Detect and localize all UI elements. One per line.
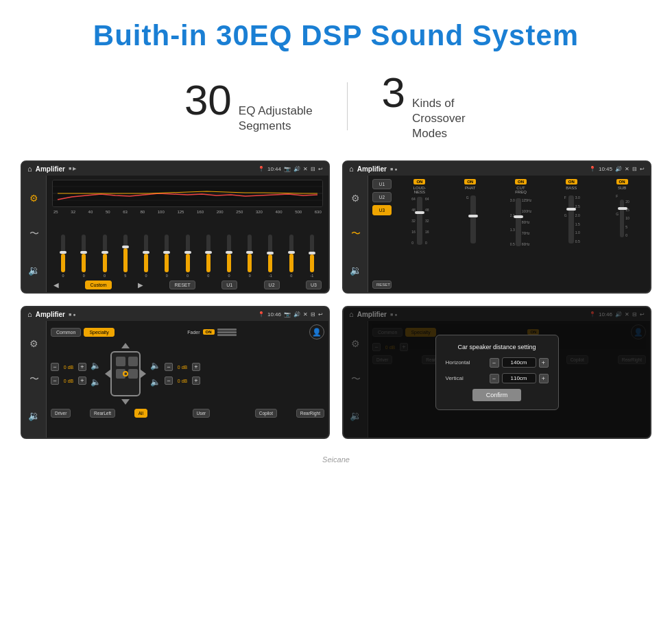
reset-btn-1[interactable]: RESET [169, 281, 195, 289]
loudness-scale: 644832160 [411, 197, 416, 245]
slider-val-2: 0 [104, 274, 106, 278]
phat-scale: G [466, 195, 469, 243]
slider-track-6[interactable] [186, 235, 190, 272]
eq-segments-label: EQ Adjustable Segments [239, 104, 313, 134]
record-icon-2: ■ ● [390, 167, 397, 171]
wave-icon[interactable]: 〜 [27, 226, 42, 241]
slider-col-2: 0 [95, 235, 114, 278]
slider-track-9[interactable] [248, 235, 252, 272]
slider-track-2[interactable] [103, 235, 107, 272]
camera-icon-1: 📷 [284, 166, 291, 172]
home-icon-3[interactable]: ⌂ [27, 310, 32, 318]
back-icon-3[interactable]: ↩ [318, 311, 323, 318]
all-btn[interactable]: All [134, 409, 147, 418]
custom-preset-btn[interactable]: Custom [85, 281, 111, 289]
speaker-icon-side-2[interactable]: 🔉 [348, 263, 363, 278]
horizontal-minus-btn[interactable]: − [490, 358, 499, 368]
eq-icon-3[interactable]: ⚙ [27, 336, 42, 351]
sub-on-btn[interactable]: ON [616, 179, 628, 184]
x-icon-1: ✕ [303, 166, 308, 172]
eq-sliders-container: 0 0 0 [52, 216, 323, 278]
cx-preset-u3[interactable]: U3 [372, 205, 392, 215]
rearleft-btn[interactable]: RearLeft [90, 409, 115, 418]
eq-icon[interactable]: ⚙ [27, 191, 42, 206]
slider-col-7: 0 [199, 235, 218, 278]
slider-track-3[interactable] [123, 235, 128, 272]
slider-track-0[interactable] [61, 235, 65, 272]
fader-line-2 [217, 331, 237, 333]
u3-btn-1[interactable]: U3 [306, 281, 322, 289]
screen-fader: ⌂ Amplifier ■ ● 📍 10:46 📷 🔊 ✕ ⊟ ↩ ⚙ 〜 🔉 [21, 306, 330, 439]
home-icon-2[interactable]: ⌂ [349, 165, 354, 173]
slider-track-8[interactable] [227, 235, 231, 272]
cx-preset-u2[interactable]: U2 [372, 192, 392, 202]
rr-plus-btn[interactable]: + [192, 377, 200, 385]
specialty-btn[interactable]: Specialty [84, 328, 114, 337]
loudness-scale2: 644832160 [425, 197, 429, 245]
wave-icon-2[interactable]: 〜 [348, 226, 363, 241]
home-icon-1[interactable]: ⌂ [27, 165, 32, 173]
user-btn[interactable]: User [193, 409, 211, 418]
rl-minus-btn[interactable]: − [51, 377, 59, 385]
fl-minus-btn[interactable]: − [51, 363, 59, 371]
vertical-minus-btn[interactable]: − [490, 374, 499, 383]
app-name-2: Amplifier [357, 165, 387, 173]
cx-preset-u1[interactable]: U1 [372, 179, 392, 189]
rl-plus-btn[interactable]: + [78, 377, 86, 385]
phat-on-btn[interactable]: ON [464, 179, 476, 184]
driver-btn[interactable]: Driver [51, 409, 71, 418]
fr-minus-btn[interactable]: − [165, 363, 173, 371]
slider-track-5[interactable] [165, 235, 169, 272]
cx-channel-cutfreq: ON CUTFREQ 3.02.11.30.5 125Hz100Hz80Hz70… [497, 179, 545, 289]
arrow-left-icon [105, 370, 110, 378]
status-right-3: 📍 10:46 📷 🔊 ✕ ⊟ ↩ [258, 311, 323, 318]
bass-track[interactable] [568, 195, 574, 243]
slider-val-3: 5 [124, 274, 126, 278]
vertical-value: 110cm [502, 373, 536, 383]
bass-on-btn[interactable]: ON [566, 179, 577, 184]
front-left-speaker-icon: 🔈 [91, 361, 101, 370]
u1-btn-1[interactable]: U1 [221, 281, 237, 289]
slider-track-10[interactable] [268, 235, 272, 272]
prev-icon[interactable]: ◀ [53, 281, 59, 289]
phat-track[interactable] [470, 195, 476, 243]
user-profile-icon[interactable]: 👤 [309, 324, 324, 339]
horizontal-plus-btn[interactable]: + [539, 358, 549, 368]
bass-label: BASS [566, 186, 577, 190]
stat-eq-segments: 30 EQ Adjustable Segments [150, 79, 347, 134]
play-icon[interactable]: ▶ [138, 281, 143, 289]
cx-reset-btn[interactable]: RESET [372, 281, 392, 289]
slider-val-12: -1 [310, 274, 313, 278]
back-icon-1[interactable]: ↩ [318, 166, 323, 172]
slider-track-12[interactable] [310, 235, 314, 272]
loudness-track[interactable] [417, 197, 422, 245]
u2-btn-1[interactable]: U2 [264, 281, 280, 289]
slider-track-11[interactable] [289, 235, 293, 272]
wave-icon-3[interactable]: 〜 [27, 372, 42, 387]
rr-minus-btn[interactable]: − [165, 377, 173, 385]
confirm-button[interactable]: Confirm [472, 389, 522, 401]
slider-val-4: 0 [145, 274, 147, 278]
slider-track-7[interactable] [206, 235, 211, 272]
loudness-on-btn[interactable]: ON [413, 179, 425, 184]
slider-track-1[interactable] [82, 235, 86, 272]
sub-track[interactable] [620, 200, 624, 237]
slider-col-5: 0 [157, 235, 176, 278]
speaker-icon-side[interactable]: 🔉 [27, 263, 42, 278]
slider-val-11: 0 [290, 274, 292, 278]
common-btn[interactable]: Common [51, 328, 81, 337]
speaker-icon-side-3[interactable]: 🔉 [27, 408, 42, 423]
fr-plus-btn[interactable]: + [192, 363, 200, 371]
cutfreq-track[interactable] [516, 198, 521, 246]
eq-icon-2[interactable]: ⚙ [348, 191, 363, 206]
back-icon-2[interactable]: ↩ [640, 166, 645, 172]
fader-on-btn[interactable]: ON [203, 329, 215, 335]
vertical-plus-btn[interactable]: + [539, 374, 549, 383]
cutfreq-on-btn[interactable]: ON [515, 179, 527, 184]
slider-track-4[interactable] [144, 235, 148, 272]
window-icon-2: ⊟ [632, 166, 637, 172]
copilot-btn[interactable]: Copilot [255, 409, 277, 418]
fl-plus-btn[interactable]: + [78, 363, 86, 371]
screen-body-3: ⚙ 〜 🔉 Common Specialty Fader ON [22, 321, 328, 438]
rearright-btn[interactable]: RearRight [296, 409, 324, 418]
